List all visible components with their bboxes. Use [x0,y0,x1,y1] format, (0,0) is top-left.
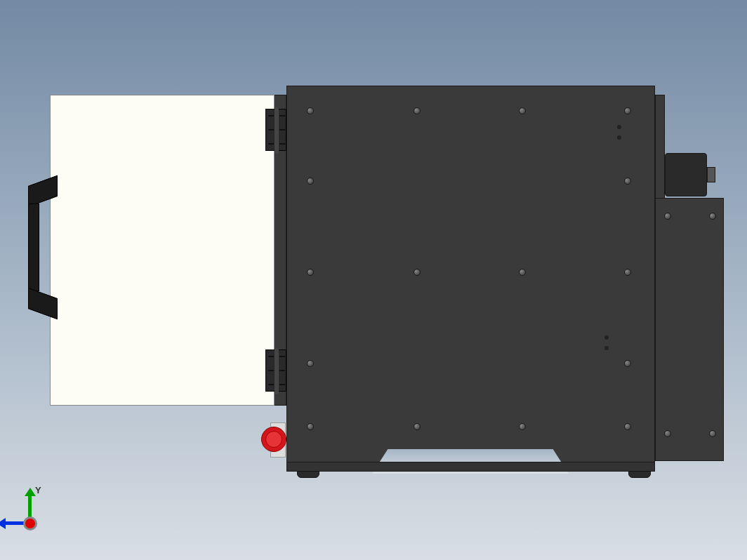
handle-bar [28,204,39,291]
bolt-icon [414,107,421,114]
y-axis-label: Y [35,485,41,495]
small-hole-icon [617,125,621,129]
hinge-slot-icon [268,129,274,131]
bolt-icon [709,213,716,220]
y-axis-arrow-icon [25,488,36,496]
hinge-slot-icon [279,115,285,116]
bolt-icon [624,360,631,367]
hinge-pin-icon [275,107,279,154]
motor-shaft [707,167,715,182]
handle-bracket [28,288,58,319]
bolt-icon [664,213,671,220]
bolt-icon [519,423,526,430]
bolt-icon [307,269,314,276]
stepper-motor [665,153,707,196]
bolt-icon [624,423,631,430]
small-hole-icon [604,346,609,350]
hinge-slot-icon [279,384,285,385]
hinge-pin-icon [275,348,279,394]
hinge-slot-icon [279,143,285,145]
cad-viewport[interactable]: Y Z [0,0,747,560]
hinge-slot-icon [268,143,274,145]
hinge-slot-icon [279,356,285,357]
hinge-slot-icon [268,384,274,385]
right-side-panel [655,198,724,461]
bolt-icon [307,360,314,367]
door-panel [50,95,275,406]
bolt-icon [709,430,716,437]
bolt-icon [414,269,421,276]
hinge-slot-icon [268,370,274,371]
bolt-icon [307,178,314,185]
bolt-icon [307,107,314,114]
bolt-icon [624,178,631,185]
z-axis-arrow-icon [0,518,6,529]
hinge-slot-icon [279,370,285,371]
base-plate-edge [286,462,655,472]
bolt-icon [664,430,671,437]
x-axis-dot-icon [25,519,35,528]
bolt-icon [624,269,631,276]
view-triad[interactable]: Y Z [8,488,58,537]
main-enclosure [286,86,655,472]
handle-bracket [28,175,58,207]
bolt-icon [414,423,421,430]
hinge-slot-icon [268,356,274,357]
foot-right [628,471,651,478]
emergency-stop-cap [265,431,282,448]
bolt-icon [519,107,526,114]
hinge-top [265,109,286,151]
door-handle [28,186,58,309]
bolt-icon [624,107,631,114]
bolt-icon [519,269,526,276]
small-hole-icon [617,135,621,140]
right-top-strip [655,95,665,200]
hinge-bottom [265,349,286,392]
foot-left [297,471,319,478]
small-hole-icon [604,335,609,340]
hinge-slot-icon [268,115,274,116]
hinge-slot-icon [279,129,285,131]
bolt-icon [307,423,314,430]
